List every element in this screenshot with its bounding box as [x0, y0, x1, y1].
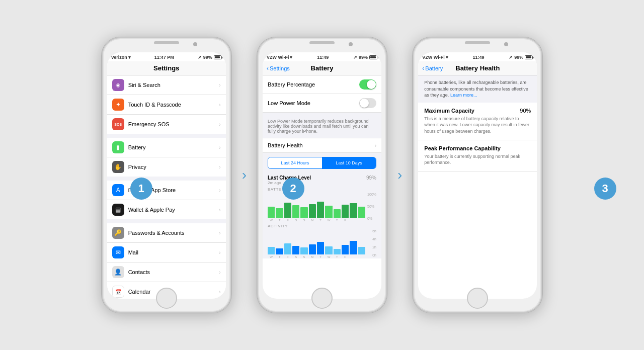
- camera-1: [193, 42, 197, 46]
- settings-row-appstore[interactable]: A iTunes & App Store ›: [107, 181, 226, 200]
- low-power-toggle[interactable]: [359, 98, 376, 108]
- peak-desc: Your battery is currently supporting nor…: [424, 153, 531, 166]
- time-3: 11:49: [473, 55, 485, 60]
- bar-7: [317, 202, 324, 218]
- settings-row-siri[interactable]: ◈ Siri & Search ›: [107, 75, 226, 95]
- phone-3: VZW Wi-Fi ▾ 11:49 ↗ 99% ‹: [412, 37, 543, 313]
- battery-fill-3: [526, 56, 531, 58]
- back-label-2: Settings: [270, 65, 290, 71]
- sos-label: Emergency SOS: [128, 121, 219, 127]
- toggle-section: Battery Percentage Low Power Mode: [263, 75, 381, 113]
- phone-top-2: [257, 41, 387, 44]
- learn-more-link[interactable]: Learn more...: [450, 93, 477, 98]
- status-bar-1: Verizon ▾ 11:47 PM ↗ 99%: [107, 52, 226, 61]
- home-button-3[interactable]: [467, 288, 488, 309]
- usage-chart-container: 100% 50% 0%: [268, 193, 376, 218]
- speaker-2: [309, 41, 335, 44]
- act-4h: 4h: [372, 237, 376, 241]
- toggle-row-lowpower[interactable]: Low Power Mode: [263, 94, 381, 113]
- segment-24h-label: Last 24 Hours: [281, 160, 309, 165]
- act-bar-4: [292, 246, 299, 255]
- speaker-3: [465, 41, 490, 44]
- peak-header: Peak Performance Capability: [424, 145, 531, 151]
- phones-wrapper: Verizon ▾ 11:47 PM ↗ 99% Settings: [101, 37, 543, 313]
- settings-row-sos[interactable]: SOS Emergency SOS ›: [107, 115, 226, 134]
- bar-3: [284, 203, 291, 218]
- health-description: Phone batteries, like all rechargeable b…: [418, 75, 537, 103]
- capacity-header: Maximum Capacity 90%: [424, 108, 531, 114]
- step-3-label: 3: [602, 182, 608, 195]
- home-button-1[interactable]: [156, 288, 177, 309]
- y-label-50: 50%: [367, 205, 376, 208]
- settings-row-battery[interactable]: ▮ Battery ›: [107, 138, 226, 157]
- wifi-icon-1: ▾: [128, 55, 131, 60]
- capacity-value: 90%: [520, 108, 531, 114]
- activity-bars: [268, 229, 376, 254]
- phone-screen-1: Verizon ▾ 11:47 PM ↗ 99% Settings: [107, 52, 226, 299]
- day-W2: W: [325, 219, 332, 222]
- activity-day-labels: W T F S S M T W T F: [268, 255, 376, 258]
- segment-24h[interactable]: Last 24 Hours: [268, 157, 322, 168]
- bar-1: [268, 207, 275, 218]
- speaker-1: [154, 41, 179, 44]
- battery-health-row[interactable]: Battery Health ›: [263, 138, 381, 153]
- battery-icon-3: [525, 55, 533, 59]
- battery-percentage-toggle[interactable]: [359, 79, 376, 90]
- step-1-label: 1: [138, 182, 144, 195]
- calendar-icon: 📅: [112, 286, 124, 298]
- toggle-row-percentage[interactable]: Battery Percentage: [263, 75, 381, 94]
- battery-label: Battery: [128, 144, 219, 150]
- bar-12: [358, 207, 365, 218]
- chart-section: Last Charge Level 2m ago 99% BATTERY USA…: [263, 173, 381, 258]
- act-bar-3: [284, 243, 291, 255]
- day-F1: F: [284, 219, 291, 222]
- settings-row-passwords[interactable]: 🔑 Passwords & Accounts ›: [107, 223, 226, 243]
- settings-row-privacy[interactable]: ✋ Privacy ›: [107, 157, 226, 177]
- low-power-desc: Low Power Mode temporarily reduces backg…: [263, 117, 381, 138]
- act-bar-10: [342, 245, 349, 254]
- bar-6: [309, 204, 316, 218]
- phone-top-1: [102, 41, 231, 44]
- day-W1: W: [268, 219, 275, 222]
- battery-fill-1: [215, 56, 220, 58]
- home-button-2[interactable]: [311, 288, 333, 309]
- act-bar-7: [317, 242, 324, 254]
- day-sep: [350, 219, 357, 222]
- settings-list-1[interactable]: ◈ Siri & Search › ✦ Touch ID & Passcode …: [107, 75, 226, 299]
- segment-control[interactable]: Last 24 Hours Last 10 Days: [268, 157, 376, 169]
- step-2-circle: 2: [282, 178, 304, 200]
- passwords-icon: 🔑: [112, 227, 124, 239]
- bar-4: [292, 205, 299, 218]
- arrow-1: ›: [242, 167, 247, 183]
- bar-8: [325, 206, 332, 218]
- wallet-icon: ▤: [112, 204, 124, 216]
- settings-row-contacts[interactable]: 👤 Contacts ›: [107, 262, 226, 282]
- bar-11: [350, 203, 357, 218]
- phone-screen-2: VZW Wi-Fi ▾ 11:49 ↗ 99% ‹: [263, 52, 381, 299]
- contacts-label: Contacts: [128, 269, 219, 275]
- nav-back-3[interactable]: ‹ Battery: [422, 65, 443, 72]
- y-axis-labels: 100% 50% 0%: [367, 193, 376, 220]
- segment-10d[interactable]: Last 10 Days: [322, 157, 376, 168]
- settings-row-touchid[interactable]: ✦ Touch ID & Passcode ›: [107, 95, 226, 115]
- day-T2: T: [317, 219, 324, 222]
- low-power-label: Low Power Mode: [268, 100, 359, 106]
- touchid-label: Touch ID & Passcode: [128, 102, 219, 108]
- act-bar-11: [350, 241, 357, 255]
- location-icon-1: ↗: [198, 55, 202, 60]
- contacts-icon: 👤: [112, 266, 124, 278]
- battery-fill-2: [370, 56, 376, 58]
- privacy-icon: ✋: [112, 161, 124, 173]
- settings-row-mail[interactable]: ✉ Mail ›: [107, 243, 226, 262]
- mail-label: Mail: [128, 249, 219, 255]
- activity-title: ACTIVITY: [268, 224, 376, 228]
- battery-pct-1: 99%: [203, 55, 212, 60]
- capacity-title: Maximum Capacity: [424, 108, 474, 114]
- nav-title-2: Battery: [311, 64, 334, 72]
- nav-back-2[interactable]: ‹ Settings: [267, 65, 290, 72]
- wallet-label: Wallet & Apple Pay: [128, 207, 219, 213]
- act-bar-5: [300, 247, 307, 254]
- settings-row-wallet[interactable]: ▤ Wallet & Apple Pay ›: [107, 200, 226, 219]
- sos-chevron: ›: [219, 122, 220, 127]
- carrier-1: Verizon: [111, 55, 127, 60]
